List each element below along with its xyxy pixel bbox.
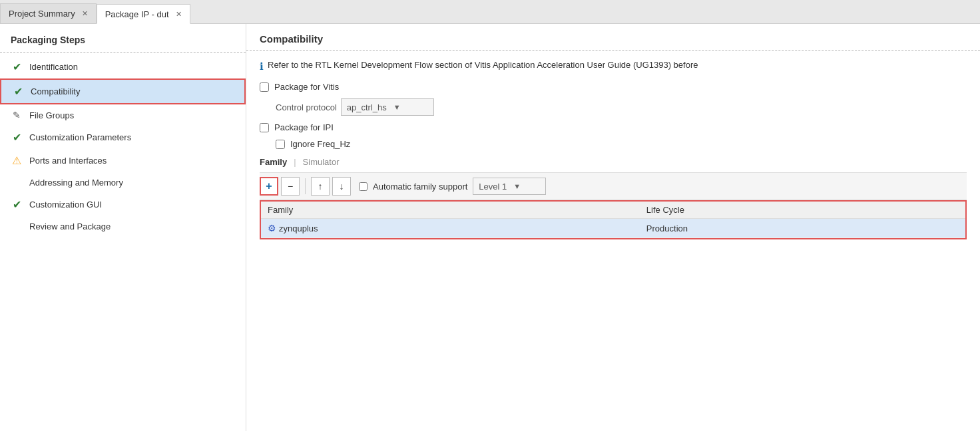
content-body: ℹ Refer to the RTL Kernel Development Fl…: [246, 51, 980, 249]
family-table: Family Life Cycle ⚙ zynquplus: [261, 202, 965, 238]
sidebar-title: Packaging Steps: [0, 35, 246, 53]
move-down-button[interactable]: ↓: [332, 177, 351, 196]
sidebar-label-compatibility: Compatibility: [31, 86, 80, 96]
column-family: Family: [261, 202, 640, 219]
package-ipi-row: Package for IPI: [260, 122, 967, 132]
sidebar-item-addressing-memory[interactable]: Addressing and Memory: [0, 172, 246, 193]
auto-support-label: Automatic family support: [373, 182, 467, 192]
info-row: ℹ Refer to the RTL Kernel Development Fl…: [260, 60, 967, 72]
column-lifecycle: Life Cycle: [640, 202, 965, 219]
add-family-button[interactable]: +: [260, 177, 278, 196]
package-ipi-label: Package for IPI: [274, 122, 334, 132]
sidebar-label-customization-gui: Customization GUI: [29, 200, 102, 210]
family-name: zynquplus: [279, 223, 318, 233]
ignore-freq-row: Ignore Freq_Hz: [276, 139, 967, 149]
chip-icon: ⚙: [268, 223, 276, 233]
warning-icon-ports: ⚠: [11, 154, 23, 167]
level-value: Level 1: [479, 182, 507, 192]
tab-simulator[interactable]: Simulator: [303, 157, 340, 167]
control-protocol-arrow: ▼: [393, 103, 401, 111]
check-icon-customization-params: ✔: [11, 131, 23, 144]
tab-bar: Project Summary ✕ Package IP - dut ✕: [0, 0, 980, 24]
level-select[interactable]: Level 1 ▼: [473, 178, 546, 195]
tab-divider: |: [294, 157, 296, 167]
sidebar-label-identification: Identification: [29, 62, 78, 72]
tab-label-project-summary: Project Summary: [9, 9, 75, 19]
sidebar-item-identification[interactable]: ✔ Identification: [0, 55, 246, 78]
ignore-freq-checkbox[interactable]: [276, 140, 285, 149]
sidebar-label-file-groups: File Groups: [29, 110, 74, 120]
check-icon-identification: ✔: [11, 61, 23, 73]
check-icon-compatibility: ✔: [12, 85, 24, 98]
tab-close-package-ip[interactable]: ✕: [176, 10, 182, 19]
table-toolbar: + − ↑ ↓ Automatic family support Level 1…: [260, 172, 967, 200]
sidebar: Packaging Steps ✔ Identification ✔ Compa…: [0, 24, 246, 431]
sidebar-item-customization-gui[interactable]: ✔ Customization GUI: [0, 193, 246, 216]
sidebar-item-compatibility[interactable]: ✔ Compatibility: [0, 78, 246, 104]
sidebar-label-addressing-memory: Addressing and Memory: [29, 178, 123, 188]
table-cell-family: ⚙ zynquplus: [261, 219, 640, 238]
table-row[interactable]: ⚙ zynquplus Production: [261, 219, 965, 238]
package-vitis-checkbox[interactable]: [260, 82, 269, 92]
content-header: Compatibility: [246, 24, 980, 51]
sidebar-item-customization-parameters[interactable]: ✔ Customization Parameters: [0, 126, 246, 149]
sidebar-item-ports-interfaces[interactable]: ⚠ Ports and Interfaces: [0, 149, 246, 172]
info-icon: ℹ: [260, 61, 264, 72]
tab-project-summary[interactable]: Project Summary ✕: [0, 3, 97, 23]
check-icon-customization-gui: ✔: [11, 198, 23, 211]
content-area: Compatibility ℹ Refer to the RTL Kernel …: [246, 24, 980, 431]
sidebar-label-customization-parameters: Customization Parameters: [29, 132, 131, 142]
control-protocol-value: ap_ctrl_hs: [347, 102, 387, 112]
package-vitis-label: Package for Vitis: [274, 82, 339, 92]
main-layout: Packaging Steps ✔ Identification ✔ Compa…: [0, 24, 980, 431]
remove-family-button[interactable]: −: [281, 177, 300, 196]
auto-support-row: Automatic family support Level 1 ▼: [359, 178, 546, 195]
sidebar-label-ports-interfaces: Ports and Interfaces: [29, 156, 107, 166]
package-vitis-row: Package for Vitis: [260, 82, 967, 92]
tab-label-package-ip: Package IP - dut: [105, 9, 169, 19]
sidebar-item-review-package[interactable]: Review and Package: [0, 216, 246, 237]
control-protocol-row: Control protocol ap_ctrl_hs ▼: [276, 98, 967, 116]
control-protocol-label: Control protocol: [276, 102, 337, 112]
family-cell-content: ⚙ zynquplus: [268, 223, 633, 233]
control-protocol-select[interactable]: ap_ctrl_hs ▼: [341, 98, 434, 116]
table-cell-lifecycle: Production: [640, 219, 965, 238]
family-table-wrapper: Family Life Cycle ⚙ zynquplus: [260, 200, 967, 239]
sidebar-label-review-package: Review and Package: [29, 221, 111, 231]
toolbar-separator: [305, 178, 306, 194]
move-up-button[interactable]: ↑: [311, 177, 330, 196]
tab-close-project-summary[interactable]: ✕: [82, 9, 88, 18]
sidebar-item-file-groups[interactable]: ✎ File Groups: [0, 104, 246, 126]
info-text: Refer to the RTL Kernel Development Flow…: [268, 60, 698, 70]
tab-family[interactable]: Family: [260, 157, 294, 167]
tab-package-ip[interactable]: Package IP - dut ✕: [97, 4, 190, 24]
edit-icon-file-groups: ✎: [11, 110, 23, 120]
package-ipi-checkbox[interactable]: [260, 123, 269, 132]
auto-support-checkbox[interactable]: [359, 182, 368, 191]
ignore-freq-label: Ignore Freq_Hz: [290, 139, 350, 149]
table-header-row: Family Life Cycle: [261, 202, 965, 219]
inner-tabs: Family | Simulator: [260, 157, 967, 167]
level-arrow: ▼: [513, 182, 521, 190]
